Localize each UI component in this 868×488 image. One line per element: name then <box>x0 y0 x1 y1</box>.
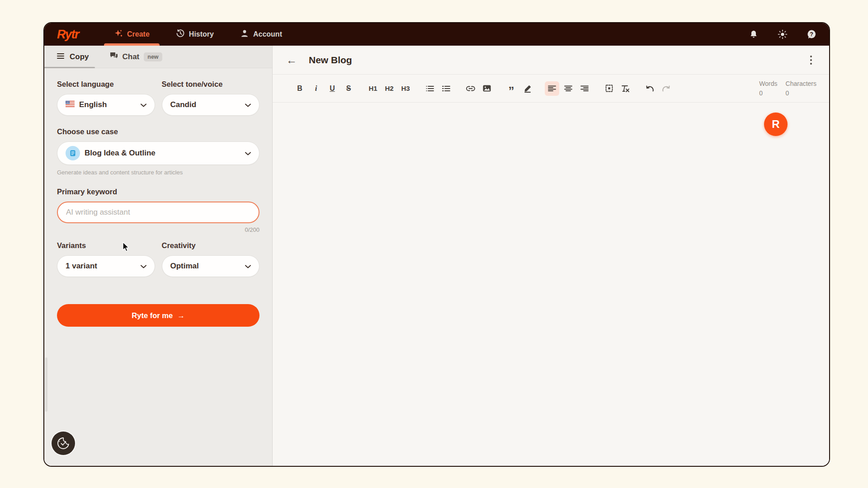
theme-sun-icon[interactable] <box>778 29 788 39</box>
sparkle-icon <box>114 29 123 40</box>
primary-keyword-input[interactable] <box>57 202 259 223</box>
usecase-value: Blog Idea & Outline <box>85 149 156 158</box>
nav-tab-history[interactable]: History <box>176 23 214 46</box>
keyword-label: Primary keyword <box>57 188 259 196</box>
align-right-button[interactable] <box>577 81 592 96</box>
usecase-label: Choose use case <box>57 127 259 136</box>
person-icon <box>240 29 249 40</box>
creativity-select[interactable]: Optimal <box>162 255 260 277</box>
usecase-select[interactable]: Blog Idea & Outline <box>57 141 259 165</box>
underline-button[interactable]: U <box>325 81 340 96</box>
bold-button[interactable]: B <box>292 81 307 96</box>
ryte-for-me-button[interactable]: Ryte for me → <box>57 304 259 327</box>
document-title[interactable]: New Blog <box>309 55 352 66</box>
usecase-helper-text: Generate ideas and content structure for… <box>57 169 259 176</box>
document-stats: Words 0 Characters 0 <box>759 79 816 98</box>
editor-header: ← New Blog <box>273 46 829 75</box>
chevron-down-icon <box>141 262 146 271</box>
tone-select[interactable]: Candid <box>162 94 260 116</box>
nav-tab-label: Create <box>127 30 150 38</box>
help-icon[interactable]: ? <box>807 29 816 39</box>
nav-tab-label: History <box>189 30 214 38</box>
words-stat: Words 0 <box>759 79 777 98</box>
history-clock-icon <box>176 29 185 40</box>
variants-label: Variants <box>57 241 155 250</box>
blog-document-icon <box>66 146 80 160</box>
cookie-consent-widget[interactable] <box>52 432 75 455</box>
highlight-pen-button[interactable] <box>520 81 535 96</box>
bullet-list-button[interactable] <box>423 81 437 96</box>
sidebar-tabbar: Copy Chat new <box>44 46 272 68</box>
top-navbar: Rytr Create History Account <box>44 23 829 46</box>
embed-frame-button[interactable] <box>602 81 616 96</box>
generator-form: Select language English Select t <box>44 68 272 327</box>
editor-toolbar: B i U S H1 H2 H3 <box>273 75 829 103</box>
language-value: English <box>79 100 107 109</box>
ordered-list-button[interactable] <box>439 81 453 96</box>
chevron-down-icon <box>245 262 251 271</box>
arrow-right-icon: → <box>177 311 185 320</box>
words-value: 0 <box>759 89 777 98</box>
italic-button[interactable]: i <box>309 81 323 96</box>
align-left-button[interactable] <box>545 81 559 96</box>
words-label: Words <box>759 79 777 89</box>
heading1-button[interactable]: H1 <box>366 81 380 96</box>
blockquote-button[interactable]: ” <box>504 81 519 96</box>
characters-value: 0 <box>786 89 816 98</box>
creativity-label: Creativity <box>162 241 260 250</box>
editor-content-area[interactable]: R <box>273 103 829 466</box>
link-button[interactable] <box>463 81 478 96</box>
editor-panel: ← New Blog B i U S H1 H2 H3 <box>273 46 829 466</box>
kebab-menu-button[interactable] <box>807 54 816 66</box>
tab-chat-label: Chat <box>123 52 140 61</box>
rytr-logo[interactable]: Rytr <box>57 28 79 42</box>
tab-chat[interactable]: Chat new <box>110 52 162 61</box>
chevron-down-icon <box>245 149 251 158</box>
tab-copy[interactable]: Copy <box>57 52 89 61</box>
svg-text:?: ? <box>810 31 813 38</box>
chevron-down-icon <box>141 100 146 109</box>
notifications-bell-icon[interactable] <box>749 29 759 39</box>
variants-value: 1 variant <box>66 262 97 271</box>
creativity-value: Optimal <box>170 262 199 271</box>
characters-label: Characters <box>786 79 816 89</box>
undo-button[interactable] <box>642 81 657 96</box>
rytr-assistant-widget[interactable]: R <box>764 113 788 136</box>
language-label: Select language <box>57 80 155 89</box>
language-select[interactable]: English <box>57 94 155 116</box>
tone-value: Candid <box>170 100 197 109</box>
tab-copy-label: Copy <box>70 52 89 61</box>
variants-select[interactable]: 1 variant <box>57 255 155 277</box>
nav-tabs: Create History Account <box>114 23 282 46</box>
sidebar-scrollbar[interactable] <box>45 357 47 412</box>
main-split: Copy Chat new Select language <box>44 46 829 466</box>
app-window: Rytr Create History Account <box>43 22 830 467</box>
strikethrough-button[interactable]: S <box>341 81 356 96</box>
new-badge: new <box>144 52 162 61</box>
align-center-button[interactable] <box>561 81 576 96</box>
heading3-button[interactable]: H3 <box>398 81 413 96</box>
us-flag-icon <box>66 100 75 109</box>
cta-label: Ryte for me <box>132 311 173 320</box>
nav-tab-label: Account <box>253 30 282 38</box>
image-button[interactable] <box>480 81 494 96</box>
chevron-down-icon <box>245 100 251 109</box>
char-counter: 0/200 <box>57 226 259 233</box>
nav-tab-account[interactable]: Account <box>240 23 282 46</box>
sidebar: Copy Chat new Select language <box>44 46 273 466</box>
heading2-button[interactable]: H2 <box>382 81 396 96</box>
chat-bubble-icon <box>110 52 118 61</box>
hamburger-lines-icon <box>57 52 65 61</box>
tone-label: Select tone/voice <box>162 80 260 89</box>
navbar-right-icons: ? <box>749 29 816 39</box>
redo-button[interactable] <box>659 81 673 96</box>
active-tab-underline <box>44 67 95 68</box>
characters-stat: Characters 0 <box>786 79 816 98</box>
back-arrow-button[interactable]: ← <box>286 55 297 66</box>
clear-formatting-button[interactable] <box>618 81 632 96</box>
nav-tab-create[interactable]: Create <box>114 23 150 46</box>
